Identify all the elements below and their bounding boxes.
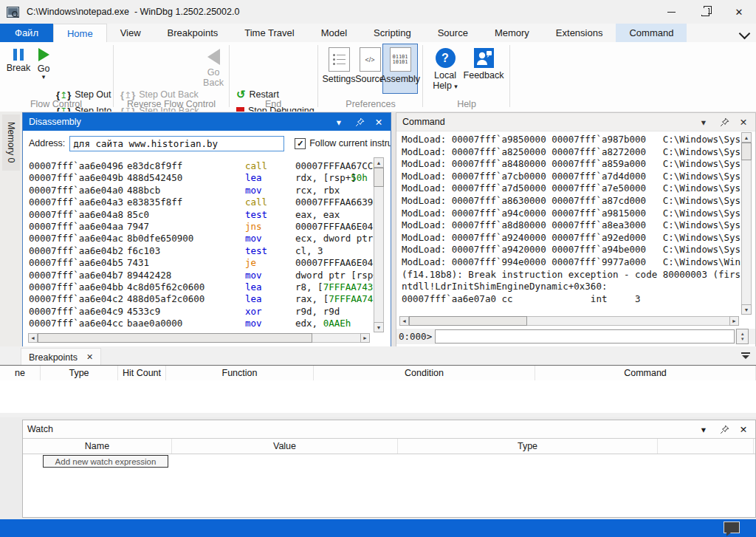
pin-icon[interactable] <box>354 116 365 128</box>
watch-column-header[interactable] <box>658 439 754 454</box>
disasm-row[interactable]: 00007fff`aa6e04c2488d05af2c0600learax, [… <box>24 293 374 305</box>
tab-home[interactable]: Home <box>53 24 107 42</box>
disasm-row[interactable]: 00007fff`aa6e04ac8b0dfe650900movecx, dwo… <box>24 233 374 244</box>
scroll-thumb[interactable] <box>409 316 527 326</box>
watch-column-header[interactable]: Value <box>172 439 398 454</box>
close-icon[interactable]: ✕ <box>373 116 385 128</box>
feedback-button[interactable]: Feedback <box>462 44 505 81</box>
ribbon: Break Go ▾ {↥} Step Out {↧} Step Into {↷… <box>0 42 756 112</box>
command-line: (f14.18b8): Break instruction exception … <box>397 269 741 281</box>
disassembly-title: Disassembly <box>29 117 81 127</box>
tab-model[interactable]: Model <box>308 24 360 42</box>
disassembly-titlebar[interactable]: Disassembly ▾ ✕ <box>23 113 391 131</box>
filter-icon[interactable] <box>741 352 750 359</box>
close-icon[interactable]: ✕ <box>86 352 93 362</box>
watch-column-header[interactable]: Name <box>23 439 172 454</box>
breakpoints-column-header[interactable]: Condition <box>314 366 535 380</box>
close-icon[interactable]: ✕ <box>738 423 749 435</box>
pin-icon[interactable] <box>718 423 730 435</box>
chevron-down-icon[interactable] <box>739 28 751 40</box>
tab-scripting[interactable]: Scripting <box>360 24 425 42</box>
pin-icon[interactable] <box>718 116 730 128</box>
disasm-row[interactable]: 00007fff`aa6e04a885c0testeax, eax <box>24 209 374 221</box>
scroll-left-icon[interactable]: ◄ <box>28 333 38 343</box>
scroll-right-icon[interactable]: ► <box>360 333 370 343</box>
command-history-spinner[interactable]: ▲▼ <box>736 329 749 344</box>
settings-button[interactable]: Settings <box>322 44 356 84</box>
disasm-row[interactable]: 00007fff`aa6e04b789442428movdword ptr [r… <box>24 270 374 281</box>
break-button[interactable]: Break <box>4 44 32 73</box>
add-watch-expression-button[interactable]: Add new watch expression <box>43 455 168 468</box>
feedback-chat-icon[interactable] <box>724 521 740 533</box>
disassembly-panel: Disassembly ▾ ✕ Address: ✓ Follow curren… <box>22 112 391 347</box>
watch-titlebar[interactable]: Watch ▾ ✕ <box>23 420 755 438</box>
tab-breakpoints[interactable]: Breakpoints <box>154 24 232 42</box>
close-button[interactable]: ✕ <box>722 0 756 24</box>
breakpoints-column-header[interactable]: Function <box>166 366 314 380</box>
breakpoints-column-header[interactable]: Hit Count <box>118 366 166 380</box>
scroll-down-icon[interactable]: ▼ <box>374 322 384 332</box>
watch-column-header[interactable]: Type <box>398 439 658 454</box>
tab-breakpoints[interactable]: Breakpoints ✕ <box>21 348 101 366</box>
scroll-down-icon[interactable]: ▼ <box>741 304 752 315</box>
disasm-row[interactable]: 00007fff`aa6e049b488d542450leardx, [rsp+… <box>24 172 374 184</box>
scroll-thumb[interactable] <box>741 143 752 160</box>
tab-файл[interactable]: Файл <box>0 24 53 42</box>
breakpoints-column-header[interactable]: Command <box>535 366 756 380</box>
close-icon[interactable]: ✕ <box>738 116 749 128</box>
disasm-row[interactable]: 00007fff`aa6e0496e83dc8f9ffcall00007FFFA… <box>24 160 374 172</box>
follow-current-checkbox[interactable]: ✓ <box>295 138 306 149</box>
tab-source[interactable]: Source <box>425 24 481 42</box>
tab-view[interactable]: View <box>107 24 154 42</box>
scroll-thumb[interactable] <box>38 333 312 343</box>
command-panel: Command ▾ ✕ ModLoad: 00007fff`a9850000 0… <box>396 112 756 347</box>
minimize-button[interactable] <box>654 0 688 24</box>
scroll-right-icon[interactable]: ► <box>729 316 739 326</box>
windbg-window: C:\Windows\notepad.exe - WinDbg 1.2502.2… <box>0 0 756 537</box>
tab-memory[interactable]: Memory <box>481 24 543 42</box>
panel-menu-icon[interactable]: ▾ <box>333 116 345 128</box>
command-titlebar[interactable]: Command ▾ ✕ <box>396 113 755 131</box>
tab-time-travel[interactable]: Time Travel <box>231 24 307 42</box>
tab-extensions[interactable]: Extensions <box>543 24 616 42</box>
local-help-button[interactable]: ? LocalHelp ▾ <box>428 44 462 91</box>
disasm-row[interactable]: 00007fff`aa6e04a3e83835f8ffcall00007FFFA… <box>24 196 374 208</box>
restore-button[interactable] <box>688 0 722 24</box>
disasm-row[interactable]: 00007fff`aa6e04c94533c9xorr9d, r9d <box>24 306 374 318</box>
disasm-row[interactable]: 00007fff`aa6e04b2f6c103testcl, 3 <box>24 245 374 257</box>
scroll-up-icon[interactable]: ▲ <box>741 132 752 143</box>
tab-command[interactable]: Command <box>616 24 687 42</box>
breakpoints-body[interactable] <box>0 380 756 413</box>
scroll-left-icon[interactable]: ◄ <box>399 316 409 326</box>
feedback-icon <box>474 48 494 68</box>
left-tab-strip: Memory 0 <box>0 112 22 346</box>
tab-memory-0[interactable]: Memory 0 <box>2 114 20 171</box>
watch-panel: Watch ▾ ✕ NameValueType Add new watch ex… <box>22 420 756 518</box>
command-line: ModLoad: 00007fff`a7cb0000 00007fff`a7d4… <box>397 171 741 183</box>
disasm-row[interactable]: 00007fff`aa6e04ccbaae0a0000movedx, 0AAEh <box>24 318 374 329</box>
follow-current-label: Follow current instru <box>309 138 391 148</box>
assembly-icon: 0110110101 <box>390 47 411 72</box>
disasm-row[interactable]: 00007fff`aa6e04b57431je00007FFFAA6E04E8 <box>24 257 374 269</box>
scroll-up-icon[interactable]: ▲ <box>374 157 384 168</box>
breakpoints-column-header[interactable]: ne <box>0 366 41 380</box>
command-line: 00007fff`aa6e07a0 cc int 3 <box>397 293 741 306</box>
group-label-flow-control: Flow Control <box>0 99 112 109</box>
breakpoints-column-header[interactable]: Type <box>41 366 118 380</box>
command-line: ModLoad: 00007fff`a94c0000 00007fff`a981… <box>397 208 741 220</box>
assembly-button[interactable]: 0110110101 Assembly <box>382 44 418 94</box>
command-input[interactable] <box>435 329 735 343</box>
play-icon <box>38 48 49 61</box>
go-back-button[interactable]: Go Back <box>201 44 226 88</box>
command-prompt: 0:000> <box>399 331 432 342</box>
go-button[interactable]: Go ▾ <box>34 44 53 80</box>
disasm-row[interactable]: 00007fff`aa6e04bb4c8d05f62c0600lear8, [7… <box>24 281 374 293</box>
scroll-thumb[interactable] <box>374 168 384 187</box>
disasm-row[interactable]: 00007fff`aa6e04a0488bcbmovrcx, rbx <box>24 185 374 196</box>
ribbon-tab-bar: ФайлHomeViewBreakpointsTime TravelModelS… <box>0 24 756 43</box>
restart-icon: ↺ <box>236 89 246 100</box>
panel-menu-icon[interactable]: ▾ <box>698 116 709 128</box>
address-input[interactable] <box>69 136 284 151</box>
disasm-row[interactable]: 00007fff`aa6e04aa7947jns00007FFFAA6E04F3 <box>24 221 374 233</box>
panel-menu-icon[interactable]: ▾ <box>698 423 709 435</box>
